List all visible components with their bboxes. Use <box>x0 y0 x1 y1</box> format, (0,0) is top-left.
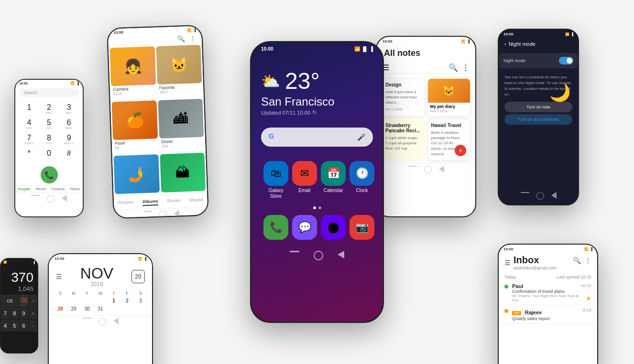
night-nav-home[interactable] <box>536 192 544 200</box>
cal-29[interactable]: 29 <box>67 305 80 313</box>
note-design[interactable]: Design write if you have a different min… <box>382 78 425 117</box>
cal-1[interactable]: 1 <box>107 297 120 305</box>
notes-more-icon[interactable]: ⋮ <box>462 63 470 72</box>
night-turn-on-scheduled[interactable]: Turn on as scheduled <box>504 114 572 125</box>
note-strawberry[interactable]: Strawberry Pancake Reci... 2 cups white … <box>382 119 425 161</box>
nav-back-small[interactable] <box>62 195 67 202</box>
app-bixby[interactable]: ⬤ <box>321 215 346 240</box>
dialer-key-1[interactable]: 1 <box>19 101 39 117</box>
calc-btn-multiply[interactable]: × <box>29 307 37 319</box>
notes-nav-home[interactable] <box>424 166 432 173</box>
calendar-date-badge[interactable]: 20 <box>131 270 145 283</box>
tab-pictures[interactable]: Pictures <box>118 200 134 207</box>
calc-btn-clear[interactable]: CE <box>1 295 19 307</box>
gallery-search-icon[interactable]: 🔍 <box>177 35 186 43</box>
nav-home[interactable] <box>314 251 323 260</box>
gallery-album-food[interactable]: 🍊 Food 92 <box>111 100 158 151</box>
gallery-album-mountain[interactable]: 🏔 <box>160 153 206 193</box>
calc-btn-8[interactable]: 8 <box>10 307 19 319</box>
note-hawaii[interactable]: Hawaii Travel Book a vacation package to… <box>427 119 471 161</box>
dialer-key-6[interactable]: 6MNO <box>59 117 79 132</box>
gallery-album-favorite[interactable]: 🐱 Favorite 1627 <box>156 45 202 96</box>
calendar-menu-icon[interactable]: ☰ <box>56 273 62 280</box>
gallery-more-icon[interactable]: ⋮ <box>190 35 197 42</box>
notes-fab-add[interactable]: + <box>455 145 466 156</box>
tab-recent[interactable]: Recent <box>35 187 46 191</box>
dialer-key-star[interactable]: * <box>19 147 39 162</box>
cal-28[interactable]: 28 <box>54 305 67 313</box>
calc-btn-5[interactable]: 5 <box>10 320 19 332</box>
dialer-key-2[interactable]: 2ABC <box>39 101 59 117</box>
dialer-key-4[interactable]: 4GHI <box>19 117 39 132</box>
calc-btn-7[interactable]: 7 <box>1 307 10 319</box>
tab-contacts[interactable]: Contacts <box>52 187 65 191</box>
calc-btn-9[interactable]: 9 <box>20 307 28 319</box>
calc-btn-subtract[interactable]: − <box>29 320 37 332</box>
email-row-rajeev[interactable]: VIP Rajeev 8:12 Quatrly sales report <box>499 305 597 324</box>
app-camera[interactable]: 📷 <box>350 215 374 240</box>
cal-2[interactable]: 2 <box>120 297 134 305</box>
notes-nav-recents[interactable] <box>408 166 417 167</box>
note-pet-diary[interactable]: 🐱 My pet diary Nov 3 2018 <box>427 78 471 117</box>
email-inbox-row: ☰ Inbox androidux@gmail.com <box>504 255 557 270</box>
cal-3[interactable]: 3 <box>134 297 147 305</box>
app-calendar[interactable]: 📅 Calendar <box>321 161 346 199</box>
cal-nav-home[interactable] <box>98 318 106 325</box>
tab-shared[interactable]: Shared <box>189 197 203 204</box>
tab-keypad[interactable]: Keypad <box>18 187 30 191</box>
gallery-nav-recents[interactable] <box>143 211 152 213</box>
email-menu-icon[interactable]: ☰ <box>504 259 511 267</box>
dialer-key-7[interactable]: 7PQRS <box>19 132 39 147</box>
calc-btn-delete[interactable]: ⌫ <box>20 295 28 307</box>
night-nav-back[interactable] <box>551 192 557 199</box>
email-sender-rajeev: Rajeev <box>525 310 542 315</box>
tab-places[interactable]: Places <box>70 187 80 191</box>
cal-31[interactable]: 31 <box>94 305 107 313</box>
email-row-paul[interactable]: Paul 10:32 Confirmation of travel plans … <box>499 281 597 305</box>
calc-btn-divide[interactable]: ÷ <box>29 295 37 307</box>
nav-recents-small[interactable] <box>31 195 40 196</box>
gallery-nav-back[interactable] <box>174 210 179 217</box>
calc-btn-6[interactable]: 6 <box>20 320 28 332</box>
nav-back[interactable] <box>338 251 344 258</box>
nav-recents[interactable] <box>290 251 299 252</box>
tab-albums[interactable]: Albums <box>142 199 158 206</box>
center-status-bar: 10:00 📶 ▐▌ ▐ <box>251 43 383 54</box>
nav-home-small[interactable] <box>47 195 55 203</box>
google-search-bar[interactable]: G 🎤 <box>261 128 373 147</box>
cal-30[interactable]: 30 <box>80 305 94 313</box>
app-email[interactable]: ✉ Email <box>292 161 317 199</box>
dialer-key-5[interactable]: 5JKL <box>39 117 59 132</box>
email-more-icon[interactable]: ⋮ <box>585 257 591 264</box>
gallery-nav-home[interactable] <box>159 210 167 218</box>
email-inbox-text: Inbox androidux@gmail.com <box>514 255 557 270</box>
cal-nav-recents[interactable] <box>83 318 91 319</box>
night-back-button[interactable]: ‹ Night mode <box>499 39 578 49</box>
app-galaxy-store[interactable]: 🛍 GalaxyStore <box>263 161 288 199</box>
notes-search-icon[interactable]: 🔍 <box>448 63 458 72</box>
dialer-search-bar[interactable]: Search ⋮ <box>19 88 79 97</box>
email-search-icon[interactable]: 🔍 <box>573 257 581 264</box>
cal-empty4 <box>94 297 107 305</box>
app-messages[interactable]: 💬 <box>292 215 317 240</box>
camera-icon: 📷 <box>350 215 374 240</box>
gallery-album-pictures[interactable]: 🤳 <box>113 154 159 194</box>
email-dot-rajeev <box>504 309 508 313</box>
night-turn-on-now[interactable]: Turn on now <box>504 102 572 112</box>
gallery-album-street[interactable]: 🏙 Street 124 <box>158 99 204 150</box>
cal-nav-back[interactable] <box>113 318 119 324</box>
dialer-key-8[interactable]: 8TUV <box>39 132 59 147</box>
dialer-key-3[interactable]: 3DEF <box>59 101 79 117</box>
night-toggle[interactable] <box>559 57 573 64</box>
gallery-album-camera[interactable]: 👧 Camera 6114 <box>110 46 156 97</box>
dialer-key-hash[interactable]: # <box>59 147 79 162</box>
notes-nav-back[interactable] <box>439 166 444 172</box>
app-clock[interactable]: 🕐 Clock <box>350 161 374 199</box>
night-nav-recents[interactable] <box>521 192 529 193</box>
dialer-call-button[interactable]: 📞 <box>41 166 58 183</box>
tab-stories[interactable]: Stories <box>167 198 180 205</box>
dialer-key-0[interactable]: 0+ <box>39 147 59 162</box>
dialer-key-9[interactable]: 9WXYZ <box>59 132 79 147</box>
calc-btn-4[interactable]: 4 <box>1 320 10 332</box>
app-phone[interactable]: 📞 <box>263 215 288 240</box>
